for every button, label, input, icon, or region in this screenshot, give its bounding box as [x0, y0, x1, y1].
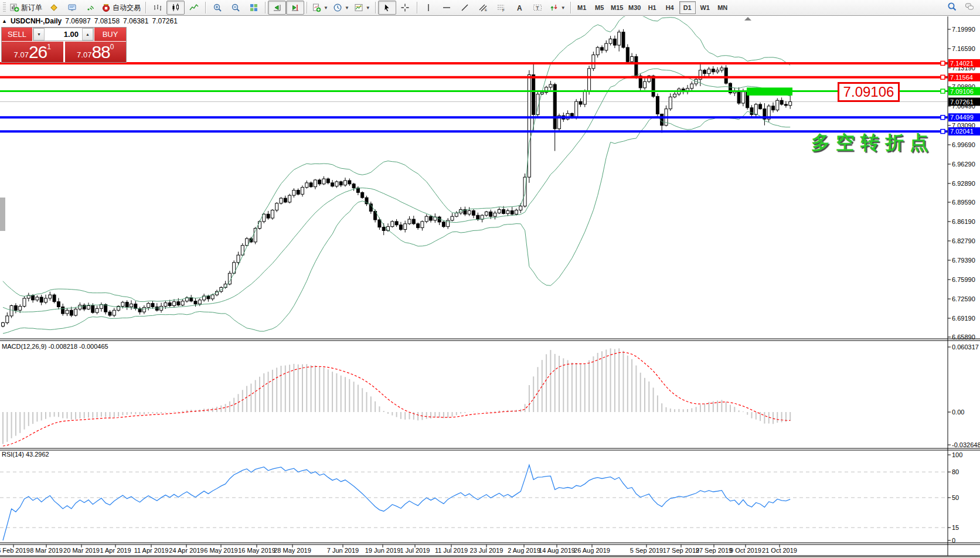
- timeframe-m1-button[interactable]: M1: [574, 1, 590, 14]
- timeframe-d1-button[interactable]: D1: [679, 1, 696, 14]
- indicators-button[interactable]: ▼: [309, 1, 331, 15]
- indicators-icon: [312, 3, 321, 12]
- horizontal-lines[interactable]: [0, 61, 948, 133]
- new-order-icon: [10, 3, 19, 12]
- chevron-down-icon[interactable]: ▼: [366, 5, 370, 11]
- toolbar-separator: [145, 2, 146, 13]
- svg-text:0: 0: [952, 537, 955, 544]
- timeframe-m5-button[interactable]: M5: [591, 1, 608, 14]
- channel-button[interactable]: E: [474, 1, 492, 15]
- volume-input[interactable]: 1.00: [45, 28, 82, 40]
- svg-text:7.04499: 7.04499: [950, 114, 974, 121]
- candles[interactable]: [2, 29, 792, 328]
- terminal-button[interactable]: [63, 1, 81, 15]
- timeframe-m30-button[interactable]: M30: [627, 1, 643, 14]
- timeframe-m15-button[interactable]: M15: [609, 1, 625, 14]
- autotrading-button[interactable]: 自动交易: [99, 1, 143, 15]
- macd-panel[interactable]: [3, 348, 790, 446]
- line-chart-button[interactable]: [185, 1, 203, 15]
- svg-text:15: 15: [952, 524, 959, 531]
- axes: 7.199907.165907.131907.098907.064907.030…: [0, 16, 980, 556]
- horizontal-line-button[interactable]: [438, 1, 456, 15]
- signals-icon: [86, 3, 95, 12]
- price-callout-box[interactable]: 7.09106: [838, 82, 900, 102]
- toolbar-right: [947, 2, 974, 13]
- date-tick-label: 27 Sep 2019: [696, 547, 732, 554]
- templates-button[interactable]: ▼: [352, 1, 373, 15]
- svg-text:6.72590: 6.72590: [952, 295, 975, 302]
- timeframe-h4-button[interactable]: H4: [662, 1, 678, 14]
- date-tick-label: 16 May 2019: [238, 547, 275, 554]
- terminal-icon: [67, 3, 77, 12]
- fibonacci-button[interactable]: F: [492, 1, 511, 15]
- new-order-button[interactable]: 新订单: [8, 1, 45, 15]
- collapse-panel-icon[interactable]: ▲: [2, 18, 7, 24]
- date-tick-label: 26 Aug 2019: [574, 547, 610, 554]
- crosshair-button[interactable]: [396, 1, 414, 15]
- sell-button[interactable]: SELL: [2, 28, 32, 41]
- sell-price-button[interactable]: 7.07261: [2, 42, 63, 62]
- signals-button[interactable]: [81, 1, 99, 15]
- quote-close: 7.07261: [152, 17, 177, 25]
- svg-text:7.07261: 7.07261: [950, 98, 974, 106]
- pivot-line-anchor[interactable]: [941, 89, 945, 93]
- chart-shift-button[interactable]: [286, 1, 304, 15]
- zoom-out-button[interactable]: [226, 1, 244, 15]
- sell-price-big: 26: [29, 43, 47, 61]
- volume-decrease-button[interactable]: ▼: [33, 28, 45, 40]
- date-tick-label: 5 Sep 2019: [630, 547, 663, 554]
- chevron-down-icon[interactable]: ▼: [324, 5, 328, 11]
- highlight-rectangle[interactable]: [747, 87, 792, 96]
- trendline-icon: [460, 3, 469, 12]
- tile-windows-button[interactable]: [244, 1, 263, 15]
- arrows-button[interactable]: ▼: [547, 1, 568, 15]
- chinese-annotation[interactable]: 多空转折点: [811, 130, 949, 156]
- svg-text:7.16590: 7.16590: [952, 45, 975, 52]
- support-line-1-anchor[interactable]: [941, 115, 945, 120]
- trendline-button[interactable]: [456, 1, 474, 15]
- date-axis[interactable]: 6 Feb 20198 Mar 201920 Mar 20191 Apr 201…: [0, 545, 797, 554]
- date-tick-label: 6 Feb 2019: [0, 547, 30, 554]
- fibo-icon: F: [496, 3, 506, 12]
- symbol-title: USDCNH-,Daily: [11, 17, 62, 25]
- zoom-in-button[interactable]: [208, 1, 226, 15]
- support-line-2-price-chip: 7.02041: [948, 127, 980, 135]
- svg-text:A: A: [517, 4, 522, 12]
- toolbar-separator: [570, 2, 571, 13]
- bar-chart-button[interactable]: [148, 1, 166, 15]
- mql-editor-button[interactable]: [45, 1, 63, 15]
- timeframe-h1-button[interactable]: H1: [644, 1, 661, 14]
- chevron-down-icon[interactable]: ▼: [561, 5, 566, 11]
- resistance-line-2-anchor[interactable]: [941, 75, 945, 79]
- vertical-line-button[interactable]: [420, 1, 438, 15]
- main-chart-panel[interactable]: [0, 16, 948, 334]
- timeframe-w1-button[interactable]: W1: [697, 1, 713, 14]
- support-line-1-price-chip: 7.04499: [948, 113, 980, 121]
- text-button[interactable]: A: [511, 1, 529, 15]
- chart-shift-marker[interactable]: [744, 17, 751, 21]
- auto-scroll-icon: [273, 3, 282, 12]
- hline-icon: [442, 3, 451, 12]
- label-button[interactable]: T: [529, 1, 547, 15]
- candlestick-button[interactable]: [166, 1, 185, 15]
- volume-increase-button[interactable]: ▲: [82, 28, 93, 40]
- buy-button[interactable]: BUY: [94, 28, 126, 41]
- date-tick-label: 2 Aug 2019: [508, 547, 540, 554]
- macd-histogram: [3, 348, 790, 444]
- periods-button[interactable]: ▼: [331, 1, 352, 15]
- svg-text:7.14021: 7.14021: [950, 60, 974, 67]
- chat-icon[interactable]: [965, 2, 974, 13]
- timeframe-mn-button[interactable]: MN: [714, 1, 731, 14]
- chevron-down-icon[interactable]: ▼: [345, 5, 349, 11]
- left-gray-marker: [0, 198, 5, 231]
- cursor-button[interactable]: [378, 1, 396, 15]
- date-tick-label: 1 Jul 2019: [400, 547, 430, 554]
- chart-area[interactable]: 7.199907.165907.131907.098907.064907.030…: [0, 16, 980, 558]
- rsi-panel[interactable]: [0, 465, 948, 540]
- resistance-line-2-price-chip: 7.11564: [948, 73, 980, 81]
- crosshair-icon: [400, 3, 410, 12]
- search-icon[interactable]: [947, 2, 957, 13]
- buy-price-button[interactable]: 7.07880: [65, 42, 127, 62]
- auto-scroll-button[interactable]: [268, 1, 286, 15]
- resistance-line-1-anchor[interactable]: [941, 61, 945, 65]
